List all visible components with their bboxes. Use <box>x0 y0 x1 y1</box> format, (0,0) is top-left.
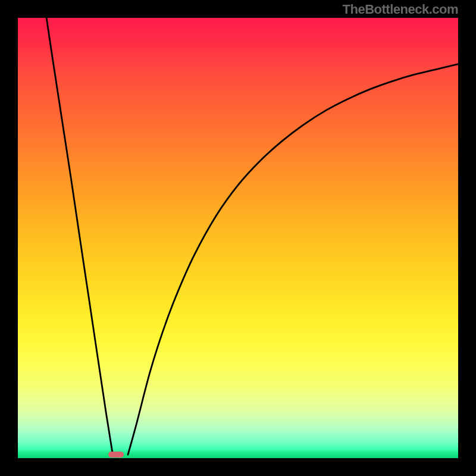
min-marker <box>108 452 124 458</box>
chart-frame: TheBottleneck.com <box>0 0 476 476</box>
curve-right-branch <box>128 64 458 455</box>
watermark-text: TheBottleneck.com <box>343 2 458 17</box>
plot-area <box>18 18 458 458</box>
curve-layer <box>18 18 458 458</box>
curve-left-branch <box>46 18 113 456</box>
